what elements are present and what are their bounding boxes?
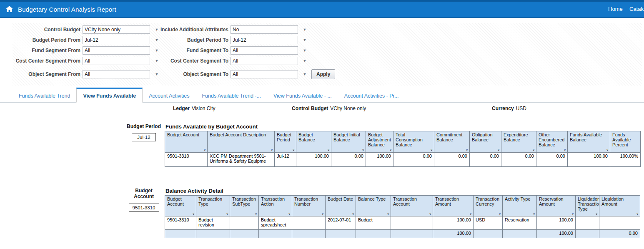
column-header[interactable]: Balance Type∨	[356, 196, 391, 216]
home-icon[interactable]	[6, 6, 13, 13]
budget-period-from-input[interactable]	[83, 36, 150, 44]
sort-dropdown-icon[interactable]: ∨	[255, 212, 257, 216]
sort-dropdown-icon[interactable]: ∨	[192, 212, 195, 216]
control-budget-context-label: Control Budget	[292, 106, 328, 111]
column-header[interactable]: Budget Period∨	[275, 131, 296, 153]
column-header[interactable]: Budget Account∨	[165, 131, 208, 153]
budget-period-to-input[interactable]	[231, 36, 298, 44]
column-header[interactable]: Liquidation Transaction Type∨	[576, 196, 599, 216]
column-header[interactable]: Total Consumption Balance∨	[393, 131, 434, 153]
sort-dropdown-icon[interactable]: ∨	[430, 148, 433, 152]
sort-dropdown-icon[interactable]: ∨	[429, 212, 431, 216]
column-header[interactable]: Budget Adjustment Balance∨	[366, 131, 393, 153]
column-header[interactable]: Transaction Type∨	[196, 196, 230, 216]
column-header[interactable]: Commitment Balance∨	[434, 131, 470, 153]
cost-center-segment-from-input[interactable]	[83, 57, 150, 65]
sort-dropdown-icon[interactable]: ∨	[469, 212, 472, 216]
sort-dropdown-icon[interactable]: ∨	[564, 148, 566, 152]
sort-dropdown-icon[interactable]: ∨	[226, 212, 228, 216]
column-header[interactable]: Expenditure Balance∨	[501, 131, 536, 153]
column-header[interactable]: Transaction Action∨	[259, 196, 292, 216]
sort-dropdown-icon[interactable]: ∨	[606, 148, 609, 152]
column-header[interactable]: Other Encumbered Balance∨	[536, 131, 568, 153]
column-header[interactable]: Funds Available Percent	[610, 131, 641, 153]
dropdown-arrow-icon[interactable]: ▼	[154, 38, 160, 42]
sort-dropdown-icon[interactable]: ∨	[595, 212, 598, 216]
sort-dropdown-icon[interactable]: ∨	[288, 212, 291, 216]
column-header[interactable]: Budget Account Description∨	[208, 131, 275, 153]
table-cell: 100.00	[366, 153, 393, 167]
sort-dropdown-icon[interactable]: ∨	[271, 148, 273, 152]
fund-segment-from-input[interactable]	[83, 46, 150, 55]
table-row: 9501-3310XCC PM Department 9501-Uniforms…	[165, 153, 641, 167]
sort-dropdown-icon[interactable]: ∨	[389, 148, 392, 152]
sort-dropdown-icon[interactable]: ∨	[497, 148, 500, 152]
column-header[interactable]: Transaction Number∨	[292, 196, 326, 216]
cost-center-segment-to-input[interactable]	[231, 57, 298, 65]
tab-funds-available-trend-2[interactable]: Funds Available Trend -...	[195, 88, 267, 102]
fund-segment-to-input[interactable]	[231, 46, 298, 55]
tab-account-activities[interactable]: Account Activities	[143, 88, 195, 102]
column-header[interactable]: Transaction Account∨	[391, 196, 433, 216]
column-header-label: Transaction Number	[294, 196, 318, 206]
table-cell: USD	[474, 216, 503, 230]
sort-dropdown-icon[interactable]: ∨	[532, 148, 535, 152]
column-header[interactable]: Liquidation Amount∨	[599, 196, 640, 216]
column-header[interactable]: Budget Initial Balance∨	[331, 131, 366, 153]
nav-home-link[interactable]: Home	[608, 6, 623, 12]
column-header[interactable]: Activity Type∨	[503, 196, 537, 216]
column-header[interactable]: Transaction SubType∨	[230, 196, 259, 216]
include-additional-attributes-input[interactable]	[231, 25, 298, 34]
column-header[interactable]: Budget Account∨	[165, 196, 196, 216]
sort-dropdown-icon[interactable]: ∨	[387, 212, 389, 216]
dropdown-arrow-icon[interactable]: ▼	[302, 59, 308, 63]
sort-dropdown-icon[interactable]: ∨	[636, 212, 639, 216]
tab-view-funds-available-2[interactable]: View Funds Available - ...	[267, 88, 338, 102]
sort-dropdown-icon[interactable]: ∨	[362, 148, 364, 152]
dropdown-arrow-icon[interactable]: ▼	[302, 28, 308, 32]
column-header-label: Transaction SubType	[232, 196, 256, 206]
sort-dropdown-icon[interactable]: ∨	[533, 212, 535, 216]
budget-period-prompt-value[interactable]: Jul-12	[132, 133, 156, 141]
nav-catalog-link[interactable]: Catalog	[629, 6, 644, 12]
sort-dropdown-icon[interactable]: ∨	[321, 212, 324, 216]
sort-dropdown-icon[interactable]: ∨	[466, 148, 468, 152]
sort-dropdown-icon[interactable]: ∨	[499, 212, 501, 216]
column-header[interactable]: Funds Available Balance∨	[568, 131, 610, 153]
dropdown-arrow-icon[interactable]: ▼	[154, 48, 160, 53]
object-segment-from-input[interactable]	[83, 70, 150, 78]
dropdown-arrow-icon[interactable]: ▼	[154, 72, 160, 76]
total-cell	[474, 230, 503, 238]
dropdown-arrow-icon[interactable]: ▼	[154, 28, 160, 32]
sort-dropdown-icon[interactable]: ∨	[352, 212, 354, 216]
ledger-context: LedgerVision City	[173, 106, 215, 111]
dropdown-arrow-icon[interactable]: ▼	[302, 72, 308, 76]
column-header[interactable]: Reservation Amount∨	[537, 196, 576, 216]
filter-row: Budget Period From ▼ Budget Period To ▼	[13, 36, 642, 44]
column-header[interactable]: Transaction Amount∨	[433, 196, 474, 216]
tab-account-activities-pr[interactable]: Account Activities - Pr...	[338, 88, 405, 102]
tab-view-funds-available[interactable]: View Funds Available	[76, 88, 143, 103]
column-header[interactable]: Obligation Balance∨	[470, 131, 501, 153]
column-header-label: Total Consumption Balance	[396, 132, 423, 147]
column-header[interactable]: Budget Date∨	[326, 196, 356, 216]
object-segment-to-input[interactable]	[231, 70, 298, 78]
sort-dropdown-icon[interactable]: ∨	[327, 148, 330, 152]
table-cell: 2012-07-01	[326, 216, 356, 230]
column-header[interactable]: Transaction Currency∨	[474, 196, 503, 216]
sort-dropdown-icon[interactable]: ∨	[203, 148, 206, 152]
tab-funds-available-trend[interactable]: Funds Available Trend	[13, 88, 76, 102]
budget-account-prompt-label: Budget Account	[126, 188, 161, 200]
cost-center-segment-from-label: Cost Center Segment From	[13, 58, 80, 64]
budget-account-prompt-value[interactable]: 9501-3310	[129, 204, 159, 212]
apply-button[interactable]: Apply	[311, 69, 335, 79]
dropdown-arrow-icon[interactable]: ▼	[302, 38, 308, 42]
control-budget-input[interactable]	[83, 25, 150, 34]
sort-dropdown-icon[interactable]: ∨	[571, 212, 574, 216]
sort-dropdown-icon[interactable]: ∨	[292, 148, 295, 152]
dropdown-arrow-icon[interactable]: ▼	[302, 48, 308, 53]
budget-period-to-label: Budget Period To	[160, 37, 228, 43]
column-header[interactable]: Budget Balance∨	[296, 131, 331, 153]
dropdown-arrow-icon[interactable]: ▼	[154, 59, 160, 63]
column-header-label: Funds Available Percent	[612, 132, 631, 147]
